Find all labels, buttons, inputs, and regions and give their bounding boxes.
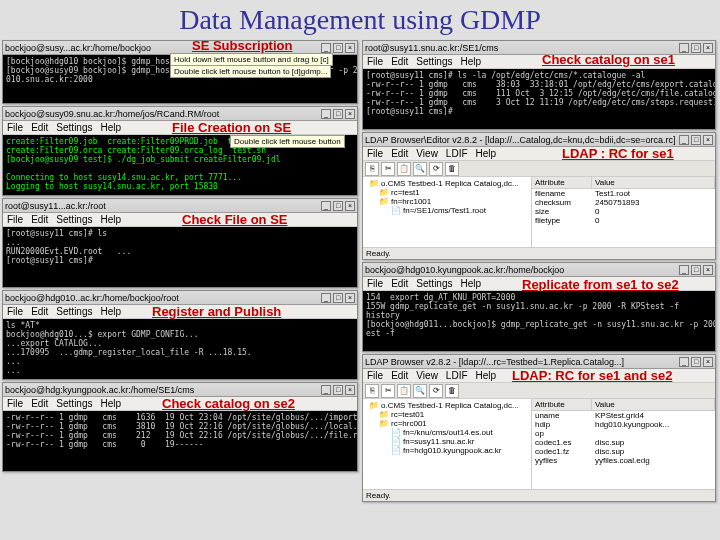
tree-item[interactable]: rc=test1 (365, 188, 529, 197)
tree-item[interactable]: rc=test01 (365, 410, 529, 419)
status-bar: Ready. (363, 489, 715, 501)
maximize-button[interactable]: □ (333, 385, 343, 395)
maximize-button[interactable]: □ (333, 293, 343, 303)
window-title: bockjoo@hdg010..ac.kr:/home/bockjoo/root (5, 293, 321, 303)
maximize-button[interactable]: □ (691, 265, 701, 275)
close-button[interactable]: × (345, 201, 355, 211)
tool-icon[interactable]: 🔍 (413, 384, 427, 398)
menu-settings[interactable]: Settings (56, 306, 92, 317)
minimize-button[interactable]: _ (679, 265, 689, 275)
tree-item[interactable]: fn=hdg010.kyungpook.ac.kr (365, 446, 529, 455)
menu-settings[interactable]: Settings (56, 398, 92, 409)
close-button[interactable]: × (345, 385, 355, 395)
tree-item[interactable]: fn=susy11.snu.ac.kr (365, 437, 529, 446)
close-button[interactable]: × (703, 135, 713, 145)
menu-help[interactable]: Help (101, 122, 122, 133)
attr-value: 0 (592, 207, 715, 216)
tree-item[interactable]: rc=hrc001 (365, 419, 529, 428)
toolbar: ⎘ ✂ 📋 🔍 ⟳ 🗑 (363, 161, 715, 177)
ldap-tree[interactable]: o.CMS Testbed-1 Replica Catalog,dc... rc… (363, 177, 532, 247)
menu-file[interactable]: File (7, 398, 23, 409)
menu-file[interactable]: File (367, 56, 383, 67)
minimize-button[interactable]: _ (321, 109, 331, 119)
minimize-button[interactable]: _ (679, 357, 689, 367)
menu-edit[interactable]: Edit (31, 122, 48, 133)
maximize-button[interactable]: □ (691, 357, 701, 367)
tool-icon[interactable]: ⎘ (365, 384, 379, 398)
attr-name: codec1.fz (532, 447, 592, 456)
minimize-button[interactable]: _ (321, 43, 331, 53)
menu-help[interactable]: Help (461, 56, 482, 67)
col-val: Value (592, 177, 715, 188)
menu-file[interactable]: File (7, 306, 23, 317)
menubar: File Edit View LDIF Help (363, 147, 715, 161)
maximize-button[interactable]: □ (691, 43, 701, 53)
menu-edit[interactable]: Edit (391, 370, 408, 381)
maximize-button[interactable]: □ (691, 135, 701, 145)
window-title: root@susy11...ac.kr:/root (5, 201, 321, 211)
close-button[interactable]: × (703, 43, 713, 53)
menu-file[interactable]: File (367, 278, 383, 289)
tool-icon[interactable]: 🗑 (445, 162, 459, 176)
menubar: File Edit Settings Help (3, 121, 357, 135)
menu-edit[interactable]: Edit (391, 56, 408, 67)
menu-settings[interactable]: Settings (416, 278, 452, 289)
minimize-button[interactable]: _ (321, 201, 331, 211)
close-button[interactable]: × (345, 109, 355, 119)
tree-item[interactable]: fn=/knu/cms/out14.es.out (365, 428, 529, 437)
menu-settings[interactable]: Settings (416, 56, 452, 67)
menu-edit[interactable]: Edit (391, 148, 408, 159)
terminal-output: [root@susy11 cms]# ls -la /opt/edg/etc/c… (363, 69, 715, 129)
close-button[interactable]: × (703, 357, 713, 367)
menu-settings[interactable]: Settings (56, 122, 92, 133)
close-button[interactable]: × (345, 43, 355, 53)
tool-icon[interactable]: ⎘ (365, 162, 379, 176)
maximize-button[interactable]: □ (333, 201, 343, 211)
attr-value: 2450751893 (592, 198, 715, 207)
menu-edit[interactable]: Edit (31, 306, 48, 317)
tree-item[interactable]: fn=/SE1/cms/Test1.root (365, 206, 529, 215)
minimize-button[interactable]: _ (321, 385, 331, 395)
tool-icon[interactable]: ⟳ (429, 384, 443, 398)
tool-icon[interactable]: ⟳ (429, 162, 443, 176)
attr-name: filename (532, 189, 592, 198)
menu-view[interactable]: View (416, 148, 438, 159)
menu-file[interactable]: File (367, 148, 383, 159)
menu-help[interactable]: Help (476, 370, 497, 381)
window-title: bockjoo@susy09.snu.ac.kr:/home/jos/RCand… (5, 109, 321, 119)
menu-file[interactable]: File (367, 370, 383, 381)
tool-icon[interactable]: 🔍 (413, 162, 427, 176)
menu-view[interactable]: View (416, 370, 438, 381)
ldap-tree[interactable]: o.CMS Testbed-1 Replica Catalog,dc... rc… (363, 399, 532, 489)
tool-icon[interactable]: ✂ (381, 162, 395, 176)
menu-help[interactable]: Help (101, 398, 122, 409)
menu-help[interactable]: Help (101, 214, 122, 225)
menu-file[interactable]: File (7, 214, 23, 225)
minimize-button[interactable]: _ (679, 43, 689, 53)
titlebar: bockjoo@hdg:kyungpook.ac.kr:/home/SE1/cm… (3, 383, 357, 397)
tree-item[interactable]: fn=hrc1001 (365, 197, 529, 206)
menu-ldif[interactable]: LDIF (446, 370, 468, 381)
tree-root[interactable]: o.CMS Testbed-1 Replica Catalog,dc... (365, 401, 529, 410)
close-button[interactable]: × (345, 293, 355, 303)
tool-icon[interactable]: 🗑 (445, 384, 459, 398)
window-title: bockjoo@hdg010.kyungpook.ac.kr:/home/boc… (365, 265, 679, 275)
menu-ldif[interactable]: LDIF (446, 148, 468, 159)
tool-icon[interactable]: ✂ (381, 384, 395, 398)
tool-icon[interactable]: 📋 (397, 162, 411, 176)
menu-edit[interactable]: Edit (31, 214, 48, 225)
menu-edit[interactable]: Edit (391, 278, 408, 289)
minimize-button[interactable]: _ (321, 293, 331, 303)
menu-help[interactable]: Help (101, 306, 122, 317)
menu-help[interactable]: Help (461, 278, 482, 289)
menu-settings[interactable]: Settings (56, 214, 92, 225)
menu-help[interactable]: Help (476, 148, 497, 159)
maximize-button[interactable]: □ (333, 43, 343, 53)
maximize-button[interactable]: □ (333, 109, 343, 119)
close-button[interactable]: × (703, 265, 713, 275)
tool-icon[interactable]: 📋 (397, 384, 411, 398)
minimize-button[interactable]: _ (679, 135, 689, 145)
tree-root[interactable]: o.CMS Testbed-1 Replica Catalog,dc... (365, 179, 529, 188)
menu-file[interactable]: File (7, 122, 23, 133)
menu-edit[interactable]: Edit (31, 398, 48, 409)
